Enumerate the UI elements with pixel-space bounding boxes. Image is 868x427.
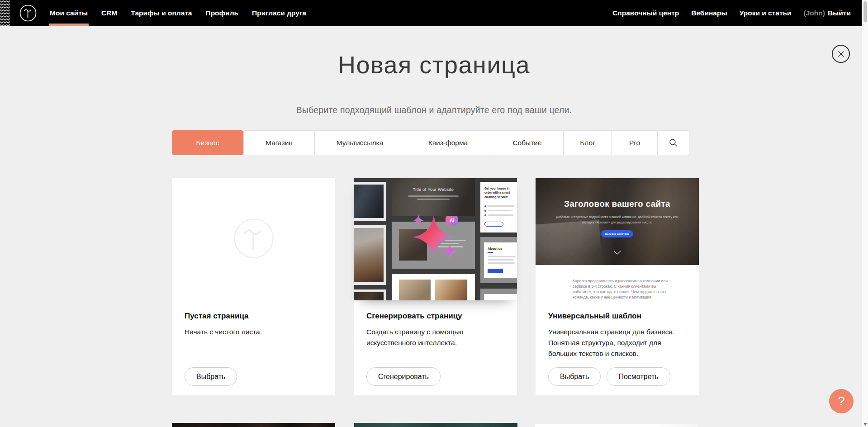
card-description: Создать страницу с помощью искусственног… [366,327,506,348]
scrollbar-down-arrow-icon[interactable] [863,423,867,426]
search-icon [669,138,678,147]
nav-item-profile[interactable]: Профиль [205,0,238,26]
preview-text-section: Коротко представьтесь и расскажите о ком… [536,265,699,300]
collage-panel-partial [480,289,517,300]
ai-collage-preview: Title of Your Website feature [354,178,517,300]
preview-cta-button: Целевое действие [601,230,633,237]
chevron-down-icon [613,251,621,255]
preview-hero-subtitle: Добавьте интересные подробности о вашей … [551,214,683,225]
tab-multilink[interactable]: Мультиссылка [315,130,405,155]
select-button[interactable]: Выбрать [548,367,601,386]
card-actions: Выбрать [185,367,323,386]
collage-panel-title: Get your house in order with a smart cle… [484,186,517,199]
close-icon [838,51,844,57]
nav-item-my-sites[interactable]: Мои сайты [50,0,88,26]
card-blank-page: Пустая страница Начать с чистого листа. … [172,178,335,395]
collage-site-title: Title of Your Website [392,187,475,192]
template-category-tabs: Бизнес Магазин Мультиссылка Квиз-форма С… [172,130,689,155]
card-description: Начать с чистого листа. [185,327,324,337]
template-card-partial[interactable] [172,423,335,427]
collage-thumb [354,225,386,285]
user-logout[interactable]: (John) Выйти [804,9,851,17]
card-title: Универсальный шаблон [548,312,686,321]
user-name: (John) [804,9,825,17]
blank-page-preview [172,178,335,300]
page-subtitle: Выберите подходящий шаблон и адаптируйте… [0,105,868,115]
help-button[interactable]: ? [829,389,854,413]
card-ai-generate: Title of Your Website feature [354,178,517,395]
nav-item-webinars[interactable]: Вебинары [691,0,727,26]
main-menu: Мои сайты CRM Тарифы и оплата Профиль Пр… [50,0,306,26]
tab-shop[interactable]: Магазин [243,130,315,155]
generate-button[interactable]: Сгенерировать [366,367,441,386]
card-actions: Выбрать Посмотреть [548,367,686,386]
search-tab[interactable] [658,130,689,155]
select-button[interactable]: Выбрать [185,367,237,386]
tab-pro[interactable]: Pro [612,130,658,155]
preview-hero: Заголовок вашего сайта Добавьте интересн… [536,178,699,265]
nav-item-invite-friend[interactable]: Пригласи друга [252,0,306,26]
universal-template-preview: Заголовок вашего сайта Добавьте интересн… [536,178,699,300]
card-title: Пустая страница [185,312,323,321]
logout-link[interactable]: Выйти [828,9,851,17]
tab-business[interactable]: Бизнес [172,130,243,155]
card-body: Универсальный шаблон Универсальная стран… [536,300,699,395]
close-button[interactable] [832,45,850,63]
page-title: Новая страница [0,51,868,79]
tab-quiz-form[interactable]: Квиз-форма [405,130,491,155]
collage-about-panel: About us [480,237,517,283]
collage-thumb [354,182,386,221]
collage-text-panel: Get your house in order with a smart cle… [480,182,517,232]
card-body: Сгенерировать страницу Создать страницу … [354,300,517,395]
nav-item-tariffs[interactable]: Тарифы и оплата [131,0,192,26]
zigzag-pattern-icon [0,0,10,26]
ai-badge: AI [446,216,458,225]
preview-hero-title: Заголовок вашего сайта [536,199,699,209]
question-mark: ? [838,394,844,408]
scrollbar-thumb[interactable] [863,1,867,22]
tab-event[interactable]: Событие [491,130,564,155]
scrollbar[interactable] [862,0,868,427]
collage-thumb [354,289,386,300]
collage-hero-thumb: Title of Your Website [392,178,475,216]
tab-blog[interactable]: Блог [564,130,612,155]
tilda-watermark-icon [233,218,275,259]
collage-gallery-thumb [392,274,475,300]
nav-item-crm[interactable]: CRM [101,0,117,26]
tilda-app: Мои сайты CRM Тарифы и оплата Профиль Пр… [0,0,868,427]
ai-sparkle-small-icon [413,214,424,226]
nav-item-help-center[interactable]: Справочный центр [612,0,679,26]
collage-about-title: About us [488,247,503,251]
card-description: Универсальная страница для бизнеса. Поня… [548,327,688,359]
card-body: Пустая страница Начать с чистого листа. … [172,300,335,395]
nav-item-lessons[interactable]: Уроки и статьи [740,0,792,26]
card-title: Сгенерировать страницу [366,312,504,321]
template-card-grid: Пустая страница Начать с чистого листа. … [172,178,699,395]
top-navbar: Мои сайты CRM Тарифы и оплата Профиль Пр… [0,0,868,26]
ai-sparkle-small-icon [441,243,458,260]
secondary-menu: Справочный центр Вебинары Уроки и статьи… [612,0,851,26]
template-card-partial[interactable] [535,424,698,427]
template-card-partial[interactable] [354,423,517,427]
tilda-logo-icon[interactable] [19,4,37,22]
card-universal-template: Заголовок вашего сайта Добавьте интересн… [536,178,699,395]
preview-body-text: Коротко представьтесь и расскажите о ком… [573,278,669,300]
preview-button[interactable]: Посмотреть [607,367,670,386]
card-actions: Сгенерировать [366,367,504,386]
